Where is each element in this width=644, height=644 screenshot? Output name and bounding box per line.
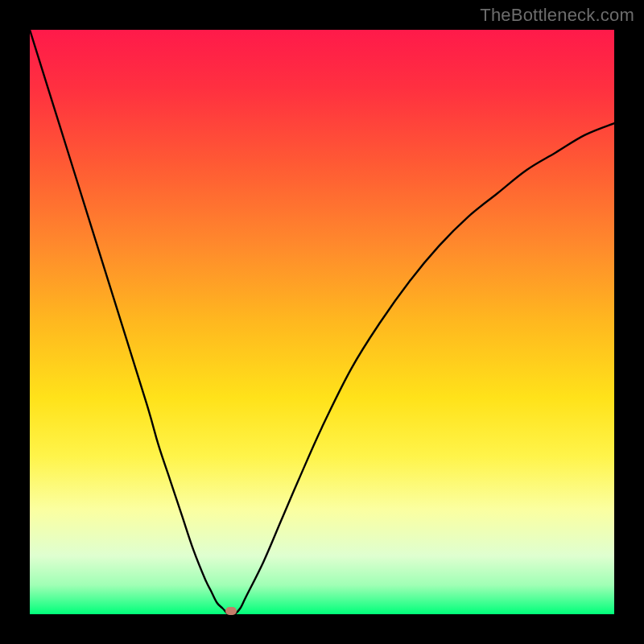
plot-area [30,30,614,614]
bottleneck-curve [30,30,614,614]
chart-frame: TheBottleneck.com [0,0,644,644]
optimal-point-marker [225,607,237,615]
watermark-text: TheBottleneck.com [480,5,634,26]
